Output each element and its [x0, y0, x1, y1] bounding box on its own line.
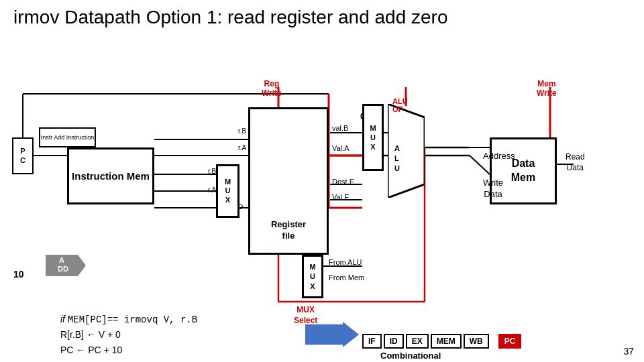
port-rB-label: r.B: [238, 127, 246, 135]
svg-marker-30: [388, 104, 425, 198]
stage-wb: WB: [464, 334, 489, 349]
read-data-label: ReadData: [566, 152, 585, 173]
reg-file-block: Register file: [248, 107, 329, 255]
code-if: if: [60, 314, 65, 324]
port-rAm-label: r.A: [208, 186, 216, 194]
add-dd-arrow: A DD: [46, 255, 86, 276]
pipeline-stages: IF ID EX MEM WB PC: [362, 334, 521, 349]
code-line1: MEM[PC]== irmovq V, r.B: [68, 314, 197, 325]
instr-add-label: Instr Add Instruction: [41, 134, 95, 141]
slide-number: 37: [623, 346, 634, 357]
svg-text:L: L: [394, 154, 399, 162]
title: irmov Datapath Option 1: read register a…: [0, 0, 644, 28]
mux-main-label: MUX: [225, 178, 231, 204]
code-line3: PC ← PC + 10: [60, 343, 197, 357]
from-alu-label: From ALU: [329, 258, 362, 266]
code-block: if MEM[PC]== irmovq V, r.B R[r.B] ← V + …: [60, 312, 197, 357]
val-E-label: Val.E: [332, 193, 349, 201]
write-data-label: WriteData: [483, 178, 503, 200]
mux-main-block: MUX: [216, 164, 239, 218]
from-mem-label: From Mem: [329, 274, 364, 282]
instr-add-block: Instr Add Instruction: [39, 127, 96, 147]
stage-id: ID: [384, 334, 404, 349]
address-label: Address: [483, 151, 515, 161]
mux2-block: MUX: [362, 104, 384, 171]
svg-text:A: A: [59, 256, 64, 264]
port-rA-label: r.A: [238, 144, 246, 152]
mux3-label: MUX: [309, 262, 315, 291]
reg-file-sublabel: file: [250, 231, 327, 241]
comb-label: Combinational state update logic: [380, 350, 455, 362]
mux-select-label: MUXSelect: [294, 305, 317, 326]
stage-ex: EX: [406, 334, 429, 349]
instr-mem-block: Instruction Mem: [67, 147, 154, 204]
mem-write-label: Mem Write: [537, 79, 557, 99]
stage-mem: MEM: [431, 334, 462, 349]
val-A-label: Val.A: [332, 144, 349, 152]
instr-mem-label: Instruction Mem: [72, 170, 150, 183]
alu-op-label: ALUOP: [392, 97, 408, 113]
svg-text:DD: DD: [58, 265, 68, 273]
code-line2: R[r.B] ← V + 0: [60, 327, 197, 342]
mux3-block: MUX: [302, 255, 323, 298]
pc-label: PC: [20, 147, 25, 164]
dest-E-label: Dest.E: [332, 178, 354, 186]
svg-text:A: A: [394, 144, 400, 152]
reg-file-label: Register: [250, 219, 327, 229]
stage-if: IF: [362, 334, 382, 349]
stage-pc: PC: [498, 334, 522, 349]
val-B-label: val.B: [332, 124, 348, 132]
data-mem-label: DataMem: [511, 157, 535, 185]
alu-block: A L U: [388, 104, 425, 198]
pc-block: PC: [12, 137, 34, 174]
blue-arrow: [305, 322, 359, 347]
reg-write-label: Reg Write: [262, 79, 282, 99]
ten-value: 10: [13, 269, 24, 280]
svg-text:U: U: [394, 164, 400, 172]
mux2-label: MUX: [370, 123, 376, 152]
port-rBm-label: r.B: [208, 168, 216, 175]
